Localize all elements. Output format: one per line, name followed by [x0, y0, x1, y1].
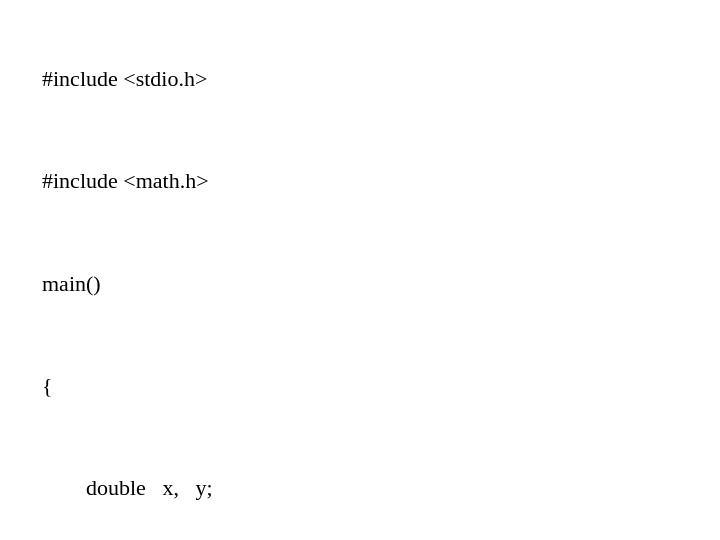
code-line-2: #include <math.h> [20, 130, 700, 232]
code-line-4: { [20, 335, 700, 437]
code-display: #include <stdio.h> #include <math.h> mai… [0, 0, 720, 540]
code-text: main() [42, 271, 101, 296]
code-text: { [42, 373, 53, 398]
code-line-1: #include <stdio.h> [20, 28, 700, 130]
code-text: double x, y; [42, 475, 213, 500]
code-text: #include <math.h> [42, 168, 209, 193]
code-text: #include <stdio.h> [42, 66, 207, 91]
code-line-5: double x, y; [20, 437, 700, 539]
code-line-3: main() [20, 233, 700, 335]
